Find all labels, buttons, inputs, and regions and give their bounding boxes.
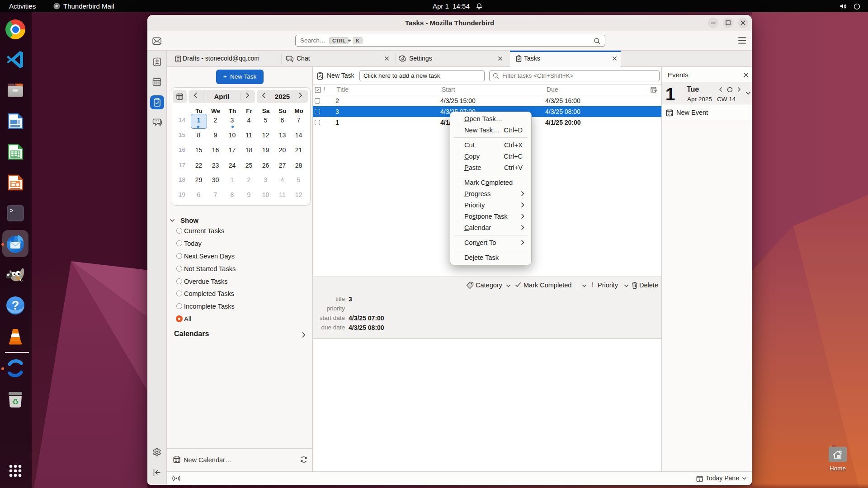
svg-text:>_: >_ [10,208,17,214]
svg-text:1: 1 [699,478,701,481]
svg-text:?: ? [12,299,19,312]
svg-text:♻: ♻ [12,398,19,406]
